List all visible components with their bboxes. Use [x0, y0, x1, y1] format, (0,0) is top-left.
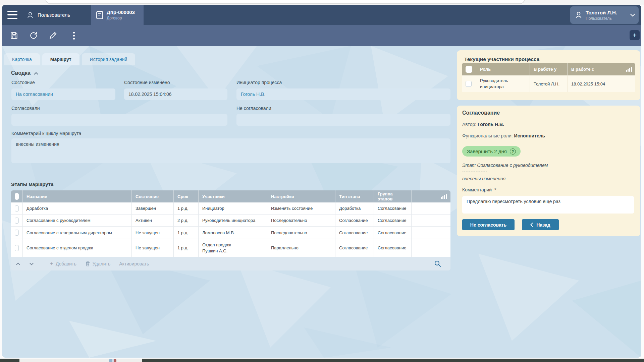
chevron-down-icon: [630, 13, 635, 17]
not-approved-label: Не согласовали: [236, 106, 271, 111]
comment-textarea[interactable]: Предлагаю пересмотреть условия еще раз: [462, 196, 634, 214]
save-icon[interactable]: [9, 31, 19, 40]
browser-top-strip: [0, 0, 644, 5]
initiator-field[interactable]: Гоголь Н.В.: [236, 88, 450, 100]
divider-dashes: ---------------: [462, 169, 487, 174]
stage-line: Этап: Согласование с руководителем: [462, 163, 548, 168]
user-tab-label: Пользователь: [38, 12, 70, 18]
stage-row[interactable]: Доработка Завершен 1 р.д. Инициатор Изме…: [11, 202, 450, 215]
approval-panel-title: Согласование: [462, 110, 500, 116]
nav-tab-user-section[interactable]: Пользователь: [26, 5, 70, 25]
select-all-checkbox[interactable]: [466, 66, 472, 73]
select-all-checkbox[interactable]: [15, 193, 19, 200]
summary-section-title: Сводка: [11, 70, 38, 76]
col-term[interactable]: Срок: [174, 190, 199, 202]
move-up-icon[interactable]: [16, 262, 20, 265]
user-badge-role: Пользователь: [586, 16, 627, 21]
participant-row[interactable]: Руководитель инициатора Толстой Л.Н. 18.…: [462, 75, 635, 92]
plus-icon: +: [50, 260, 53, 267]
doc-tab-subtitle: Договор: [107, 16, 135, 20]
state-label: Состояние: [11, 80, 35, 85]
app-titlebar: Пользователь Дпр-000003 Договор: [2, 5, 641, 25]
state-field[interactable]: На согласовании: [11, 88, 115, 100]
route-comment-label: Комментарий к циклу маршрута: [11, 131, 81, 136]
col-assignee[interactable]: В работе у: [530, 63, 568, 75]
tab-card[interactable]: Карточка: [4, 53, 40, 65]
author-line: Автор: Гоголь Н.В.: [462, 122, 504, 127]
participants-panel-title: Текущие участники процесса: [464, 56, 539, 62]
bar-chart-icon[interactable]: [626, 67, 632, 72]
app-window: Пользователь Дпр-000003 Договор: [2, 5, 641, 358]
required-mark: *: [494, 187, 496, 192]
desktop-screen: Пользователь Дпр-000003 Договор: [0, 0, 644, 362]
hamburger-menu-icon[interactable]: [7, 11, 17, 19]
col-name[interactable]: Название: [23, 190, 132, 202]
document-icon: [96, 11, 103, 19]
due-date-badge: Завершить 2 дня ?: [462, 146, 521, 157]
doc-tab-title: Дпр-000003: [107, 9, 135, 16]
app-toolbar: +: [2, 25, 641, 46]
back-button[interactable]: Назад: [522, 219, 559, 230]
content-area: Карточка Маршрут История заданий Сводка …: [2, 46, 641, 358]
question-circle-icon[interactable]: ?: [510, 148, 516, 155]
chevron-up-icon[interactable]: [34, 72, 38, 75]
doc-tab[interactable]: Дпр-000003 Договор: [91, 5, 144, 25]
route-comment-field: внесены изменения: [11, 138, 450, 163]
trash-icon: [85, 261, 90, 266]
tab-route[interactable]: Маршрут: [42, 53, 79, 65]
search-icon[interactable]: [434, 260, 441, 267]
activate-stage-button[interactable]: Активировать: [119, 261, 149, 266]
approved-label: Согласовали: [11, 106, 40, 111]
row-checkbox[interactable]: [15, 218, 19, 224]
roles-value: Исполнитель: [514, 133, 545, 138]
state-changed-label: Состояние изменено: [124, 80, 170, 85]
col-role[interactable]: Роль: [476, 63, 530, 75]
row-checkbox[interactable]: [466, 81, 472, 87]
col-state[interactable]: Состояние: [132, 190, 174, 202]
stage-row[interactable]: Согласование с генеральным директором Не…: [11, 227, 450, 239]
approval-panel: Согласование Автор: Гоголь Н.В. Функцион…: [457, 106, 640, 236]
participants-table-header: Роль В работе у В работе с: [462, 63, 635, 75]
tab-task-history[interactable]: История заданий: [82, 53, 136, 65]
kebab-menu-icon[interactable]: [69, 31, 78, 40]
not-approved-field: [236, 114, 450, 126]
state-changed-field: 18.02.2025 15:04:06: [124, 88, 227, 100]
edit-pencil-icon[interactable]: [48, 31, 58, 40]
bar-chart-icon[interactable]: [441, 194, 447, 199]
person-icon: [26, 11, 34, 19]
author-value: Гоголь Н.В.: [478, 122, 504, 127]
row-checkbox[interactable]: [15, 230, 19, 236]
taskbar-light-segment: [19, 359, 142, 362]
reject-button[interactable]: Не согласовать: [462, 219, 515, 230]
chevron-left-icon: [530, 223, 533, 227]
stage-row[interactable]: Согласование с отделом продаж Не запущен…: [11, 239, 450, 257]
user-badge-name: Толстой Л.Н.: [586, 9, 627, 16]
stages-table-footer: + Добавить Удалить Активировать: [11, 257, 450, 270]
roles-line: Функциональные роли: Исполнитель: [462, 133, 545, 138]
user-badge[interactable]: Толстой Л.Н. Пользователь: [570, 6, 639, 24]
row-checkbox[interactable]: [15, 205, 19, 212]
stages-section-title: Этапы маршрута: [11, 181, 53, 187]
page-tabs: Карточка Маршрут История заданий: [4, 53, 135, 65]
col-settings[interactable]: Настройки: [267, 190, 335, 202]
approved-field: [11, 114, 227, 126]
browser-omnibox-edge: [45, 0, 525, 4]
row-checkbox[interactable]: [15, 245, 19, 251]
stages-table-header: Название Состояние Срок Участники Настро…: [11, 190, 450, 202]
delete-stage-button[interactable]: Удалить: [85, 261, 110, 266]
comment-label: Комментарий *: [462, 187, 496, 192]
col-participants[interactable]: Участники: [199, 190, 267, 202]
col-group[interactable]: Группа этапов: [374, 190, 412, 202]
taskbar-strip: [0, 359, 644, 362]
taskbar-app-glyph: [109, 359, 116, 362]
note-line: внесены изменения: [462, 176, 505, 181]
participants-table: Роль В работе у В работе с Руководитель …: [462, 63, 635, 92]
stage-row[interactable]: Согласование с руководителем Активен 2 р…: [11, 215, 450, 227]
participants-panel: Текущие участники процесса Роль В работе…: [457, 50, 640, 100]
move-down-icon[interactable]: [29, 262, 34, 265]
refresh-icon[interactable]: [29, 31, 38, 40]
add-tab-button[interactable]: +: [630, 30, 640, 40]
add-stage-button[interactable]: + Добавить: [50, 260, 76, 267]
col-type[interactable]: Тип этапа: [335, 190, 374, 202]
stages-table: Название Состояние Срок Участники Настро…: [11, 190, 450, 270]
